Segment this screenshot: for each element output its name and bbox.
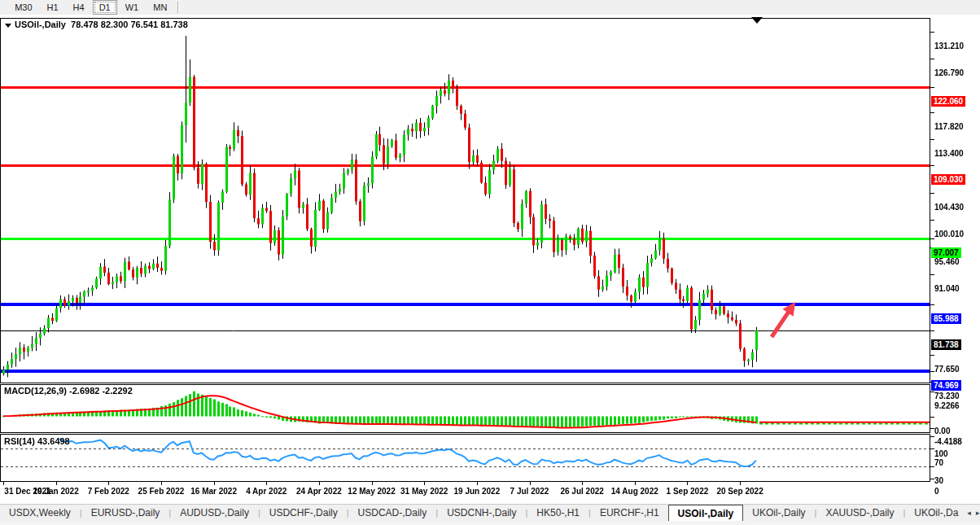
price-tag-122.060: 122.060 — [931, 96, 965, 107]
chart-stage: USOil-,Daily 78.478 82.300 76.541 81.738… — [0, 15, 980, 504]
price-tick-label: 131.210 — [934, 42, 964, 50]
date-tick-label: 26 Jul 2022 — [560, 487, 603, 496]
tab-usdcnh-daily[interactable]: USDCNH-,Daily — [438, 505, 525, 521]
date-tick-label: 19 Jan 2022 — [33, 487, 79, 496]
rsi-tick-label: 100 — [934, 449, 948, 458]
timeframe-button-h1[interactable]: H1 — [41, 0, 65, 15]
price-tag-109.030: 109.030 — [931, 174, 965, 185]
tab-eurchf-h1[interactable]: EURCHF-,H1 — [591, 505, 668, 521]
rsi-indicator-label: RSI(14) 43.6498 — [4, 436, 70, 446]
mt4-chart-window: 5M30H1H4D1W1MN USOil-,Daily 78.478 82.30… — [0, 0, 980, 525]
rsi-tick-label: 30 — [934, 476, 943, 485]
price-tag-97.007: 97.007 — [931, 247, 961, 258]
tab-ukoil-daily[interactable]: UKOil-,Daily — [743, 505, 814, 521]
tab-hk50-h1[interactable]: HK50-,H1 — [527, 505, 588, 521]
date-tick-label: 24 Apr 2022 — [296, 487, 342, 496]
date-tick-label: 19 Jun 2022 — [453, 487, 500, 496]
price-tag-81.738: 81.738 — [931, 339, 961, 350]
tab-xauusd-daily[interactable]: XAUUSD-,Daily — [816, 505, 903, 521]
chart-ohlc-values: 78.478 82.300 76.541 81.738 — [71, 20, 188, 29]
timeframe-button-w1[interactable]: W1 — [119, 0, 146, 15]
price-tick-label: 100.010 — [934, 230, 964, 238]
price-tick-label: 91.040 — [934, 284, 960, 293]
tab-scroll-right-icon[interactable]: ▸ — [976, 509, 980, 517]
date-tick-label: 14 Aug 2022 — [611, 487, 658, 496]
price-tick-label: 104.430 — [934, 203, 964, 212]
tabbar-bottom-strip — [0, 521, 980, 525]
tab-usdcad-daily[interactable]: USDCAD-,Daily — [349, 505, 436, 521]
timeframe-button-m30[interactable]: M30 — [8, 0, 38, 15]
date-tick-label: 1 Sep 2022 — [667, 487, 709, 496]
price-tick-label: 126.790 — [934, 68, 964, 77]
date-tick-label: 7 Feb 2022 — [88, 487, 129, 496]
price-tag-85.988: 85.988 — [931, 313, 961, 324]
tab-ukoil-da[interactable]: UKOil-,Da — [905, 505, 967, 521]
price-tick-label: 113.400 — [934, 149, 964, 158]
symbol-dropdown-icon[interactable] — [5, 24, 11, 28]
chart-title: USOil-,Daily 78.478 82.300 76.541 81.738 — [5, 20, 188, 29]
rsi-tick-label: 70 — [934, 458, 943, 467]
macd-tick-label: -4.4188 — [934, 437, 962, 446]
timeframe-button-mn[interactable]: MN — [147, 0, 173, 15]
date-tick-label: 25 Feb 2022 — [138, 487, 185, 496]
price-tick-label: 95.460 — [934, 257, 960, 266]
timeframe-button-5[interactable]: 5 — [0, 0, 7, 15]
price-tag-74.969: 74.969 — [931, 380, 961, 391]
tab-usdx-weekly[interactable]: USDX,Weekly — [0, 505, 80, 521]
timeframe-button-h4[interactable]: H4 — [67, 0, 91, 15]
tab-scroll-left-icon[interactable]: ◂ — [967, 509, 971, 517]
date-tick-label: 16 Mar 2022 — [190, 487, 237, 496]
tab-usdchf-daily[interactable]: USDCHF-,Daily — [260, 505, 347, 521]
tab-eurusd-daily[interactable]: EURUSD-,Daily — [82, 505, 169, 521]
tab-audusd-daily[interactable]: AUDUSD-,Daily — [171, 505, 258, 521]
macd-tick-label: 9.2266 — [934, 401, 960, 410]
price-tick-label: 73.230 — [934, 392, 960, 400]
chart-symbol-label: USOil-,Daily — [15, 20, 66, 29]
chart-shift-marker-icon[interactable] — [751, 17, 763, 24]
macd-indicator-label: MACD(12,26,9) -2.6982 -2.2292 — [4, 386, 133, 396]
date-tick-label: 4 Apr 2022 — [246, 487, 287, 496]
macd-values: -2.6982 -2.2292 — [69, 386, 133, 396]
macd-tick-label: 0.00 — [934, 427, 950, 435]
tab-usoil-daily[interactable]: USOil-,Daily — [668, 505, 744, 521]
date-tick-label: 31 May 2022 — [400, 487, 448, 496]
rsi-tick-label: 0 — [934, 487, 939, 496]
chart-canvas[interactable] — [0, 15, 980, 504]
price-tick-label: 77.650 — [934, 365, 960, 374]
date-tick-label: 7 Jul 2022 — [510, 487, 549, 496]
date-tick-label: 12 May 2022 — [348, 487, 395, 496]
price-tick-label: 117.820 — [934, 122, 964, 131]
symbol-tabbar: USDX,Weekly|EURUSD-,Daily|AUDUSD-,Daily|… — [0, 504, 980, 521]
timeframe-button-d1[interactable]: D1 — [93, 0, 117, 15]
toolbar-separator — [177, 2, 179, 13]
date-tick-label: 20 Sep 2022 — [716, 487, 763, 496]
timeframe-toolbar: 5M30H1H4D1W1MN — [0, 0, 980, 15]
rsi-value: 43.6498 — [37, 436, 70, 446]
